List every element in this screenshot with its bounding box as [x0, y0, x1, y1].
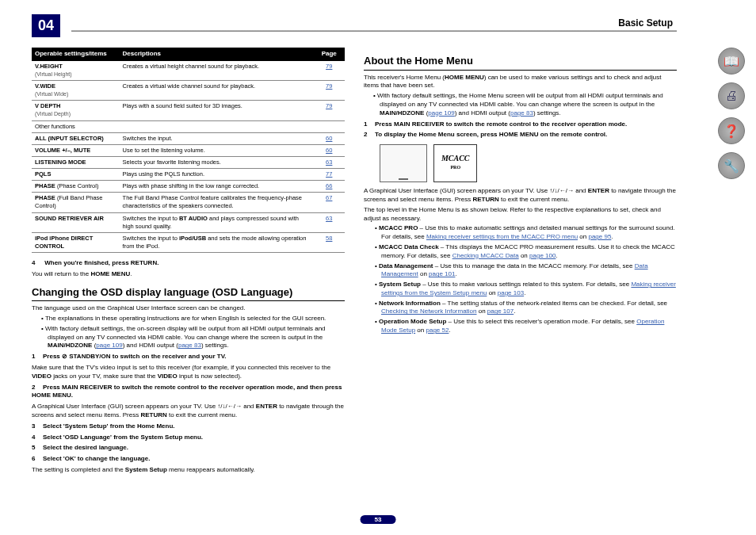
home-menu-item: System Setup – Use this to make various … — [375, 281, 677, 298]
home-intro: This receiver's Home Menu (HOME MENU) ca… — [364, 74, 677, 91]
table-row: PHASE (Phase Control)Plays with phase sh… — [32, 181, 345, 193]
link-page[interactable]: page 100 — [529, 252, 556, 259]
table-row: Other functions — [32, 120, 345, 132]
table-row: VOLUME +/–, MUTEUse to set the listening… — [32, 144, 345, 156]
step-4-finish: 4 When you're finished, press RETURN. — [32, 259, 345, 268]
page-link[interactable]: 58 — [326, 235, 332, 242]
home-menu-item: Network Information – The setting status… — [375, 300, 677, 317]
link-page[interactable]: page 101 — [429, 270, 455, 277]
tv-icon — [380, 144, 427, 182]
link-page-83b[interactable]: page 83 — [510, 109, 533, 117]
page-link[interactable]: 79 — [326, 63, 332, 70]
osd-bullet-2: With factory default settings, the on-sc… — [41, 325, 345, 350]
settings-table: Operable settings/items Descriptions Pag… — [32, 48, 345, 253]
osd-step-1: 1Press ⊘ STANDBY/ON to switch on the rec… — [32, 353, 345, 361]
page-link[interactable]: 60 — [326, 147, 332, 154]
osd-step-2-note: A Graphical User Interface (GUI) screen … — [32, 403, 345, 420]
th-page: Page — [314, 48, 346, 61]
table-row: ALL (INPUT SELECTOR)Switches the input.6… — [32, 132, 345, 144]
osd-step-4: 4Select 'OSD Language' from the System S… — [32, 434, 345, 442]
page-link[interactable]: 77 — [326, 170, 332, 178]
page-link[interactable]: 63 — [326, 215, 332, 222]
link-page[interactable]: page 103 — [498, 289, 524, 296]
home-menu-item: Data Management – Use this to manage the… — [375, 262, 677, 280]
home-menu-item: Operation Mode Setup – Use this to selec… — [375, 318, 677, 335]
link-topic[interactable]: Checking the Network Information — [381, 308, 477, 315]
table-row: V DEPTH(Virtual Depth)Plays with a sound… — [32, 101, 345, 120]
home-bullet-1: With factory default settings, the Home … — [373, 92, 677, 117]
link-page[interactable]: page 95 — [588, 233, 611, 240]
setup-icon[interactable]: 🔧 — [718, 152, 745, 179]
table-row: PQLSPlays using the PQLS function.77 — [32, 169, 345, 181]
link-page-109b[interactable]: page 109 — [428, 109, 454, 117]
osd-heading: Changing the OSD display language (OSD L… — [32, 285, 345, 302]
table-row: SOUND RETRIEVER AIRSwitches the input to… — [32, 212, 345, 232]
osd-bullet-1: The explanations in these operating inst… — [41, 315, 345, 323]
page-link[interactable]: 63 — [326, 159, 332, 166]
home-menu-item: MCACC Data Check – This displays the MCA… — [375, 243, 677, 261]
table-row: V.HEIGHT(Virtual Height)Creates a virtua… — [32, 61, 345, 81]
osd-step-6: 6Select 'OK' to change the language. — [32, 455, 345, 464]
osd-step-5: 5Select the desired language. — [32, 444, 345, 453]
chapter-badge: 04 — [32, 14, 60, 37]
page-link[interactable]: 67 — [326, 194, 332, 201]
help-icon[interactable]: ❓ — [718, 117, 745, 144]
home-menu-item: MCACC PRO – Use this to make automatic s… — [375, 224, 677, 242]
home-top-note: The top level in the Home Menu is as sho… — [364, 206, 677, 224]
th-desc: Descriptions — [120, 48, 314, 61]
th-items: Operable settings/items — [32, 48, 120, 61]
osd-step-6-note: The setting is completed and the System … — [32, 466, 345, 475]
header-title: Basic Setup — [618, 17, 673, 29]
side-toolbar: 📖 🖨 ❓ 🔧 — [718, 48, 746, 187]
left-column: Operable settings/items Descriptions Pag… — [32, 48, 345, 503]
osd-step-3: 3Select 'System Setup' from the Home Men… — [32, 422, 345, 431]
table-row: LISTENING MODESelects your favorite list… — [32, 156, 345, 168]
link-topic[interactable]: Checking MCACC Data — [452, 252, 519, 259]
page-number: 53 — [361, 515, 396, 524]
link-page[interactable]: page 52 — [426, 327, 449, 334]
home-heading: About the Home Menu — [364, 54, 677, 71]
osd-step-2: 2Press MAIN RECEIVER to switch the remot… — [32, 384, 345, 401]
page-link[interactable]: 60 — [326, 135, 332, 142]
link-page-109[interactable]: page 109 — [96, 342, 122, 349]
right-column: About the Home Menu This receiver's Home… — [364, 48, 677, 503]
page-link[interactable]: 79 — [326, 82, 332, 90]
link-topic[interactable]: Making receiver settings from the MCACC … — [426, 233, 578, 240]
return-note: You will return to the HOME MENU. — [32, 270, 345, 279]
osd-step-1-note: Make sure that the TV's video input is s… — [32, 364, 345, 381]
home-step-2: 2To display the Home Menu screen, press … — [364, 131, 677, 139]
home-step-1: 1Press MAIN RECEIVER to switch the remot… — [364, 120, 677, 129]
mcacc-logo: MCACC PRO — [433, 144, 477, 182]
table-row: iPod iPhone DIRECT CONTROLSwitches the i… — [32, 232, 345, 252]
table-row: PHASE (Full Band Phase Control)The Full … — [32, 193, 345, 212]
link-page[interactable]: page 107 — [487, 308, 514, 315]
osd-intro: The language used on the Graphical User … — [32, 304, 345, 313]
header-rule — [71, 30, 677, 32]
page-link[interactable]: 79 — [326, 102, 332, 109]
link-page-83[interactable]: page 83 — [178, 342, 201, 349]
tv-figure: MCACC PRO — [380, 144, 677, 182]
home-gui-note: A Graphical User Interface (GUI) screen … — [364, 187, 677, 204]
device-icon[interactable]: 🖨 — [718, 82, 745, 109]
page-link[interactable]: 66 — [326, 182, 332, 189]
table-row: V.WIDE(Virtual Wide)Creates a virtual wi… — [32, 81, 345, 101]
book-icon[interactable]: 📖 — [718, 48, 745, 75]
